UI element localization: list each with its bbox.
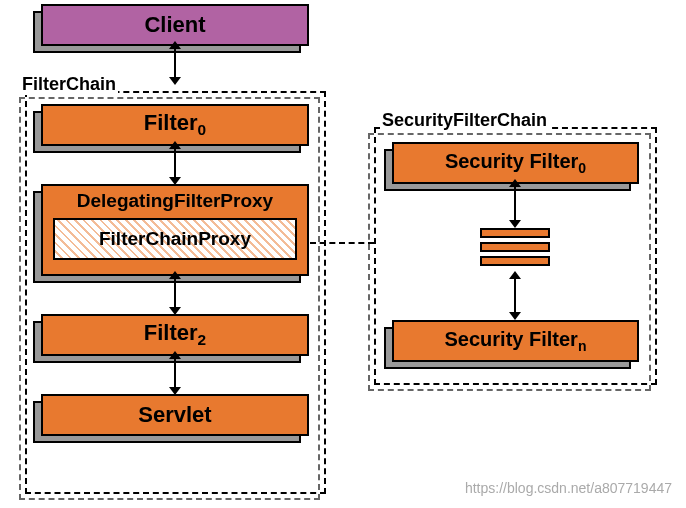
security-filter0-box: Security Filter0: [392, 142, 639, 184]
arrow-bars-secn: [514, 278, 516, 313]
filter2-label: Filter2: [144, 320, 206, 349]
watermark: https://blog.csdn.net/a807719447: [465, 480, 672, 496]
arrow-filter0-delegating: [174, 148, 176, 178]
arrow-client-filter0: [174, 48, 176, 78]
filter0-box: Filter0: [41, 104, 309, 146]
filter-chain-proxy-box: FilterChainProxy: [53, 218, 297, 260]
filter-stack-icon: [480, 228, 550, 266]
security-filtern-box: Security Filtern: [392, 320, 639, 362]
client-label: Client: [144, 12, 205, 38]
security-filtern-label: Security Filtern: [445, 328, 587, 354]
connector-line: [310, 242, 374, 244]
delegating-filter-proxy-box: DelegatingFilterProxy FilterChainProxy: [41, 184, 309, 276]
arrow-filter2-servlet: [174, 358, 176, 388]
filter0-label: Filter0: [144, 110, 206, 139]
arrow-delegating-filter2: [174, 278, 176, 308]
security-filterchain-label: SecurityFilterChain: [380, 110, 549, 131]
delegating-label: DelegatingFilterProxy: [77, 190, 273, 212]
filterchain-label: FilterChain: [20, 74, 118, 95]
security-filter0-label: Security Filter0: [445, 150, 586, 176]
arrow-sec0-bars: [514, 186, 516, 221]
servlet-label: Servlet: [138, 402, 211, 428]
client-box: Client: [41, 4, 309, 46]
fcp-label: FilterChainProxy: [99, 228, 251, 250]
servlet-box: Servlet: [41, 394, 309, 436]
filter2-box: Filter2: [41, 314, 309, 356]
